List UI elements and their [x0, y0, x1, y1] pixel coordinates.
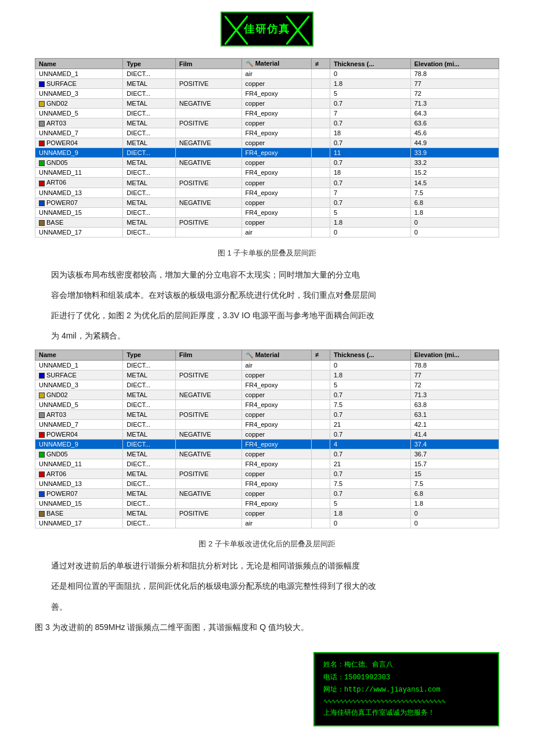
cell-icon	[311, 207, 330, 217]
cell-icon	[311, 79, 330, 89]
cell-type: METAL	[123, 429, 176, 439]
cell-thickness: 7	[330, 188, 410, 197]
cell-film: POSITIVE	[175, 79, 241, 89]
footer-card: 姓名：梅仁德、俞言八 电话：15001992303 网址：http://www.…	[313, 652, 499, 726]
col-name: Name	[35, 59, 123, 69]
table-row: UNNAMED_17DIECT...air00	[35, 519, 499, 528]
cell-name: UNNAMED_17	[35, 227, 123, 237]
table-row: POWER07METALNEGATIVEcopper0.76.8	[35, 197, 499, 207]
cell-material: air	[241, 227, 311, 237]
footer-slogan: 上海佳研仿真工作室诚诚为您服务！	[323, 707, 489, 720]
table-row: UNNAMED_11DIECT...FR4_epoxy1815.2	[35, 168, 499, 178]
cell-film	[175, 168, 241, 178]
cell-film	[175, 89, 241, 99]
cell-material: air	[241, 69, 311, 79]
cell-elevation: 15.2	[410, 168, 499, 178]
cell-type: METAL	[123, 99, 176, 109]
cell-thickness: 1.8	[330, 509, 410, 519]
layer-name-text: POWER07	[46, 199, 78, 206]
footer-wave: ∿∿∿∿∿∿∿∿∿∿∿∿∿∿∿∿∿∿∿∿∿∿∿∿∿∿∿∿∿∿	[323, 697, 489, 707]
layer-name-text: UNNAMED_17	[39, 520, 82, 527]
cell-material: FR4_epoxy	[241, 419, 311, 429]
cell-material: copper	[241, 469, 311, 478]
cell-material: copper	[241, 217, 311, 227]
cell-type: DIECT...	[123, 188, 176, 197]
table-row: UNNAMED_11DIECT...FR4_epoxy2115.7	[35, 459, 499, 469]
col-type: Type	[123, 59, 176, 69]
table-row: UNNAMED_3DIECT...FR4_epoxy572	[35, 89, 499, 99]
cell-material: copper	[241, 489, 311, 499]
cell-material: copper	[241, 99, 311, 109]
cell-film: POSITIVE	[175, 118, 241, 128]
cell-type: DIECT...	[123, 499, 176, 509]
cell-film: POSITIVE	[175, 217, 241, 227]
cell-icon	[311, 148, 330, 158]
cell-material: copper	[241, 138, 311, 148]
cell-thickness: 0	[330, 227, 410, 237]
cell-name: SURFACE	[35, 79, 123, 89]
cell-icon	[311, 158, 330, 168]
table-row: UNNAMED_15DIECT...FR4_epoxy51.8	[35, 207, 499, 217]
logo-area: 佳研仿真	[35, 12, 499, 46]
table-row: UNNAMED_1DIECT...air078.8	[35, 360, 499, 370]
layer-name-text: BASE	[46, 510, 63, 517]
table-row: ART03METALPOSITIVEcopper0.763.1	[35, 409, 499, 419]
cell-elevation: 6.8	[410, 197, 499, 207]
table-row: GND05METALNEGATIVEcopper0.733.2	[35, 158, 499, 168]
cell-icon	[311, 118, 330, 128]
footer-name: 姓名：梅仁德、俞言八	[323, 659, 489, 672]
table-row: BASEMETALPOSITIVEcopper1.80	[35, 217, 499, 227]
cell-name: UNNAMED_15	[35, 499, 123, 509]
cell-name: UNNAMED_15	[35, 207, 123, 217]
table-row: UNNAMED_13DIECT...FR4_epoxy7.57.5	[35, 479, 499, 489]
cell-type: METAL	[123, 118, 176, 128]
cell-name: UNNAMED_1	[35, 69, 123, 79]
cell-material: copper	[241, 197, 311, 207]
cell-type: METAL	[123, 489, 176, 499]
cell-elevation: 78.8	[410, 360, 499, 370]
layer-name-text: UNNAMED_1	[39, 70, 78, 77]
col-material-2: 🔨 Material	[241, 350, 311, 360]
col-elevation-2: Elevation (mi...	[410, 350, 499, 360]
layer-table-1: Name Type Film 🔨 Material ≠ Thickness (.…	[35, 58, 499, 237]
layer-name-text: ART03	[46, 411, 66, 418]
color-swatch	[39, 141, 45, 146]
cell-elevation: 0	[410, 519, 499, 528]
cell-name: UNNAMED_5	[35, 399, 123, 409]
cell-film	[175, 380, 241, 390]
cell-elevation: 1.8	[410, 499, 499, 509]
cell-material: FR4_epoxy	[241, 439, 311, 449]
cell-thickness: 0.7	[330, 409, 410, 419]
cell-name: UNNAMED_7	[35, 419, 123, 429]
cell-name: GND05	[35, 449, 123, 459]
cell-icon	[311, 197, 330, 207]
cell-thickness: 21	[330, 419, 410, 429]
table-row: UNNAMED_15DIECT...FR4_epoxy51.8	[35, 499, 499, 509]
cell-icon	[311, 69, 330, 79]
cell-elevation: 63.6	[410, 118, 499, 128]
cell-material: air	[241, 360, 311, 370]
logo-x-right-icon	[286, 16, 309, 45]
cell-thickness: 18	[330, 128, 410, 138]
cell-elevation: 77	[410, 79, 499, 89]
color-swatch	[39, 220, 45, 226]
col-icon-2: ≠	[311, 350, 330, 360]
cell-type: DIECT...	[123, 399, 176, 409]
table-row: UNNAMED_7DIECT...FR4_epoxy2142.1	[35, 419, 499, 429]
cell-film	[175, 499, 241, 509]
cell-name: POWER07	[35, 197, 123, 207]
cell-icon	[311, 489, 330, 499]
table2-caption: 图 2 子卡单板改进优化后的层叠及层间距	[35, 539, 499, 549]
cell-name: UNNAMED_3	[35, 380, 123, 390]
cell-name: UNNAMED_9	[35, 148, 123, 158]
cell-name: ART06	[35, 178, 123, 188]
cell-film: NEGATIVE	[175, 99, 241, 109]
layer-name-text: UNNAMED_11	[39, 169, 82, 176]
footer-website-label: 网址：	[323, 686, 344, 694]
cell-thickness: 4	[330, 439, 410, 449]
cell-name: BASE	[35, 509, 123, 519]
company-logo: 佳研仿真	[221, 12, 313, 46]
cell-film: POSITIVE	[175, 509, 241, 519]
layer-name-text: ART06	[46, 470, 66, 477]
footer-phone-label: 电话：	[323, 674, 344, 682]
